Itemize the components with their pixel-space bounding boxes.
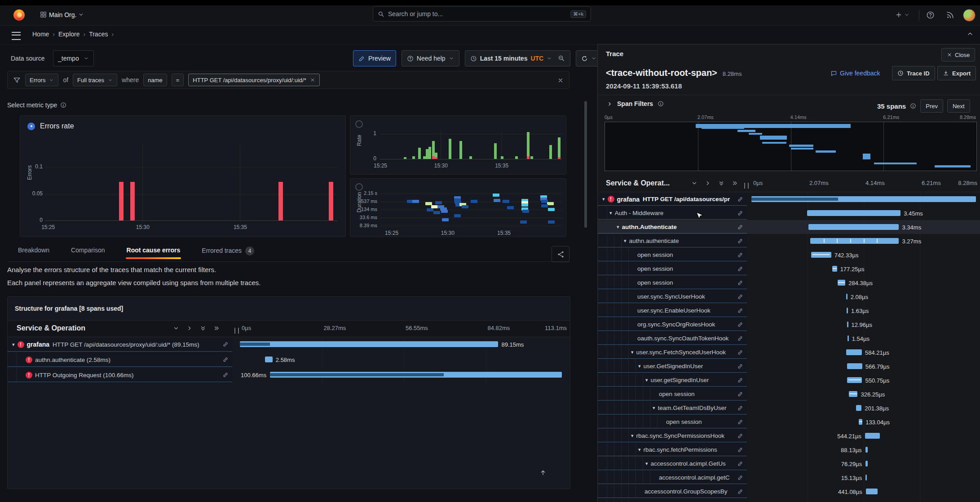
org-switcher[interactable]: Main Org. xyxy=(40,11,84,18)
explore-scrollbar[interactable] xyxy=(584,101,587,228)
breadcrumb-home[interactable]: Home xyxy=(32,31,49,38)
span-name-cell[interactable]: !HTTP Outgoing Request (100.66ms) xyxy=(8,368,232,382)
clear-filters-button[interactable] xyxy=(557,76,564,84)
heatmap-cell[interactable] xyxy=(547,202,554,205)
span-duration-bar[interactable] xyxy=(848,335,849,341)
span-name-cell[interactable]: ▾authn.authenticate xyxy=(598,235,747,247)
span-duration-bar[interactable] xyxy=(810,238,899,244)
span-link-icon[interactable] xyxy=(737,266,743,272)
span-duration-bar[interactable] xyxy=(847,321,848,327)
span-name-cell[interactable]: open session xyxy=(598,277,747,289)
rate-bar[interactable] xyxy=(530,156,533,159)
span-link-icon[interactable] xyxy=(222,372,229,378)
duration-panel[interactable]: Duration 2.15 s537 ms134 ms33.6 ms8.39 m… xyxy=(350,178,566,237)
span-link-icon[interactable] xyxy=(222,341,229,348)
span-link-icon[interactable] xyxy=(222,357,229,363)
span-row[interactable]: ▾rbac.sync.fetchPermissions88.13µs xyxy=(598,443,980,457)
span-duration-bar[interactable] xyxy=(270,372,562,378)
rate-bar[interactable] xyxy=(501,156,503,159)
span-name-cell[interactable]: open session xyxy=(598,416,747,428)
rate-bar[interactable] xyxy=(428,147,431,159)
trace-id-button[interactable]: Trace ID xyxy=(892,66,935,80)
heatmap-cell[interactable] xyxy=(435,201,442,204)
span-duration-bar[interactable] xyxy=(265,357,273,362)
span-duration-bar[interactable] xyxy=(847,363,862,369)
heatmap-cell[interactable] xyxy=(507,206,514,209)
span-filters-toggle[interactable]: Span Filters xyxy=(607,100,664,107)
heatmap-cell[interactable] xyxy=(522,210,529,213)
tree-chevron-icon[interactable]: ▾ xyxy=(624,238,627,244)
heatmap-cell[interactable] xyxy=(441,210,448,213)
span-row[interactable]: ▾user.sync.SyncLastSeenHook26.17µs xyxy=(598,498,980,502)
span-link-icon[interactable] xyxy=(737,433,743,439)
menu-toggle[interactable] xyxy=(12,32,21,40)
span-duration-bar[interactable] xyxy=(865,475,867,480)
span-name-cell[interactable]: open session xyxy=(598,263,747,275)
span-duration-bar[interactable] xyxy=(866,489,878,494)
collapse-all-icon[interactable] xyxy=(718,180,724,186)
span-row[interactable]: ▾Auth - Middleware3.45ms xyxy=(598,206,980,220)
heatmap-cell[interactable] xyxy=(548,220,555,224)
span-name-cell[interactable]: user.sync.SyncUserHook xyxy=(598,291,747,303)
expand-one-icon[interactable] xyxy=(705,180,711,186)
scroll-top-button[interactable] xyxy=(539,468,547,476)
expand-all-icon[interactable] xyxy=(732,180,738,186)
tree-chevron-icon[interactable]: ▾ xyxy=(617,224,619,230)
span-duration-bar[interactable] xyxy=(847,377,862,383)
tree-chevron-icon[interactable]: ▾ xyxy=(631,349,634,355)
span-name-cell[interactable]: oauth.sync.SyncOauthTokenHook xyxy=(598,332,747,345)
metric-kind-select[interactable]: Errors xyxy=(25,74,58,86)
tree-chevron-icon[interactable]: ▾ xyxy=(638,447,641,453)
tab-root-cause-errors[interactable]: Root cause errors xyxy=(126,245,181,259)
tree-chevron-icon[interactable]: ▾ xyxy=(609,210,612,216)
span-row[interactable]: ▾!grafanaHTTP GET /api/datasources/proxy… xyxy=(8,337,570,352)
span-link-icon[interactable] xyxy=(737,224,743,230)
span-row[interactable]: ▾user.sync.FetchSyncedUserHook584.21µs xyxy=(598,345,980,359)
errors-rate-radio[interactable] xyxy=(27,123,35,130)
tree-chevron-icon[interactable]: ▾ xyxy=(631,433,634,439)
span-row[interactable]: ▾user.getSignedInUser550.75µs xyxy=(598,373,980,387)
expand-one-icon[interactable] xyxy=(186,325,193,331)
span-name-cell[interactable]: ▾!grafanaHTTP GET /api/datasources/pr xyxy=(598,193,747,206)
tree-chevron-icon[interactable]: ▾ xyxy=(645,377,648,383)
tab-breakdown[interactable]: Breakdown xyxy=(17,245,50,259)
rate-bar[interactable] xyxy=(558,137,561,159)
span-row[interactable]: ▾!grafanaHTTP GET /api/datasources/pr xyxy=(598,192,980,206)
tree-chevron-icon[interactable]: ▾ xyxy=(12,342,15,348)
span-duration-bar[interactable] xyxy=(865,433,880,439)
span-row[interactable]: org.sync.SyncOrgRolesHook12.96µs xyxy=(598,317,980,331)
span-row[interactable]: open session742.33µs xyxy=(598,248,980,262)
span-row[interactable]: ▾rbac.sync.SyncPermissionsHook544.21µs xyxy=(598,429,980,443)
span-name-cell[interactable]: !authn.authenticate (2.58ms) xyxy=(8,353,232,367)
span-row[interactable]: !authn.authenticate (2.58ms)2.58ms xyxy=(8,352,570,367)
span-row[interactable]: !HTTP Outgoing Request (100.66ms)100.66m… xyxy=(8,367,570,383)
span-duration-bar[interactable] xyxy=(808,224,899,230)
errors-rate-panel[interactable]: Errors rate Errors 0.10.05015:2515:3015:… xyxy=(20,115,346,237)
span-name-cell[interactable]: ▾user.getSignedInUser xyxy=(598,374,747,387)
span-duration-bar[interactable] xyxy=(838,280,845,286)
span-row[interactable]: ▾authn.authenticate3.27ms xyxy=(598,234,980,248)
collapse-one-icon[interactable] xyxy=(173,325,179,331)
span-name-cell[interactable]: open session xyxy=(598,249,747,261)
heatmap-cell[interactable] xyxy=(548,208,555,211)
duration-radio[interactable] xyxy=(355,183,363,191)
span-link-icon[interactable] xyxy=(737,308,743,314)
span-row[interactable]: user.sync.EnableUserHook1.63µs xyxy=(598,304,980,317)
span-row[interactable]: open session326.25µs xyxy=(598,387,980,401)
span-row[interactable]: ▾accesscontrol.acimpl.GetUs76.29µs xyxy=(598,457,980,471)
span-link-icon[interactable] xyxy=(737,280,743,286)
new-button[interactable] xyxy=(895,11,909,18)
error-bar[interactable] xyxy=(329,182,333,220)
tree-chevron-icon[interactable]: ▾ xyxy=(653,405,655,411)
heatmap-cell[interactable] xyxy=(412,200,419,203)
error-bar[interactable] xyxy=(130,182,135,220)
span-row[interactable]: ▾user.GetSignedInUser566.79µs xyxy=(598,359,980,373)
span-link-icon[interactable] xyxy=(737,238,743,244)
heatmap-cell[interactable] xyxy=(494,199,500,202)
span-name-cell[interactable]: ▾user.GetSignedInUser xyxy=(598,360,747,373)
span-duration-bar[interactable] xyxy=(859,419,862,425)
span-name-cell[interactable]: ▾rbac.sync.fetchPermissions xyxy=(598,444,747,456)
heatmap-cell[interactable] xyxy=(471,200,477,203)
span-link-icon[interactable] xyxy=(737,391,743,397)
datasource-picker[interactable]: _tempo xyxy=(53,50,94,66)
